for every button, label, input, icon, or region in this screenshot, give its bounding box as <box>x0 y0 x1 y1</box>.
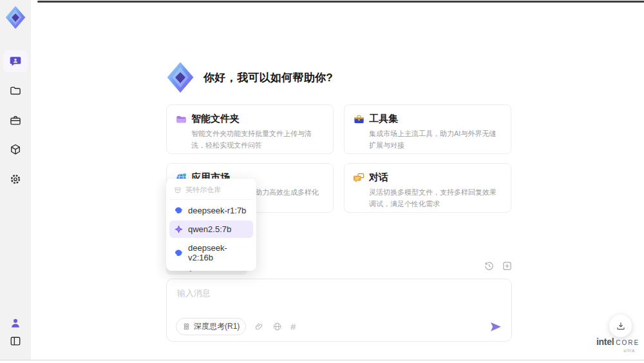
qwen-icon <box>174 224 184 234</box>
panel-toggle-icon <box>9 335 22 348</box>
app-window: 你好，我可以如何帮助你? 智能文件夹 智能文件夹功能支持批量文件上传与清洗，轻松… <box>0 0 644 363</box>
message-input[interactable]: 输入消息 深度思考(R1) <box>166 279 512 342</box>
model-dropdown-header-label: 英特尔仓库 <box>185 185 221 195</box>
globe-icon <box>272 322 282 331</box>
paperclip-icon <box>254 322 264 331</box>
settings-gear-icon <box>9 173 22 186</box>
web-access-button[interactable] <box>272 322 282 331</box>
card-title: 对话 <box>369 172 503 184</box>
message-input-placeholder: 输入消息 <box>177 288 211 299</box>
card-desc: 灵活切换多模型文件，支持多样回复效果调试，满足个性化需求 <box>369 187 503 210</box>
window-bottom-border <box>0 360 644 360</box>
toolbox-nav-icon <box>9 114 22 127</box>
user-icon <box>9 317 22 329</box>
window-top-accent <box>37 1 644 3</box>
toolset-icon <box>353 113 365 126</box>
model-dropdown: 英特尔仓库 deepseek-r1:7b qwen2.5:7b deepseek… <box>166 179 256 271</box>
deepseek-icon <box>174 206 184 215</box>
download-fab[interactable] <box>609 315 632 337</box>
repository-icon <box>174 186 182 194</box>
chat-actions <box>484 260 513 271</box>
send-icon <box>489 320 502 333</box>
smart-folder-icon <box>175 113 187 126</box>
composer-toolbar: 深度思考(R1) # <box>176 318 502 335</box>
model-option-deepseek-r1[interactable]: deepseek-r1:7b <box>169 202 253 219</box>
card-desc: 智能文件夹功能支持批量文件上传与清洗，轻松实现文件问答 <box>191 128 325 151</box>
download-icon <box>616 321 626 331</box>
attach-button[interactable] <box>254 322 264 331</box>
send-button[interactable] <box>489 320 502 333</box>
deep-think-label: 深度思考(R1) <box>194 321 240 332</box>
card-title: 智能文件夹 <box>191 113 325 125</box>
model-option-label: qwen2.5:7b <box>188 224 231 234</box>
deep-think-icon <box>182 322 191 331</box>
sidebar-item-chat[interactable] <box>3 50 28 72</box>
card-title: 工具集 <box>369 113 503 125</box>
deep-think-toggle[interactable]: 深度思考(R1) <box>176 318 246 335</box>
intel-wordmark: intel <box>596 337 614 347</box>
greeting-title: 你好，我可以如何帮助你? <box>204 70 333 85</box>
card-desc: 集成市场上主流工具，助力AI与外界无缝扩展与对接 <box>369 128 503 151</box>
hash-button[interactable]: # <box>290 322 296 332</box>
ultra-label: ultra <box>596 348 639 353</box>
models-cube-icon <box>9 143 22 156</box>
chat-nav-icon <box>9 55 22 68</box>
sidebar <box>0 0 31 360</box>
intel-core-logo: intelCORE ultra <box>596 336 639 353</box>
dialog-icon <box>353 172 365 184</box>
core-wordmark: CORE <box>616 339 639 346</box>
model-option-deepseek-v2[interactable]: deepseek-v2:16b <box>169 239 253 266</box>
sidebar-item-panel-toggle[interactable] <box>0 330 31 352</box>
model-dropdown-header: 英特尔仓库 <box>169 182 253 200</box>
greeting: 你好，我可以如何帮助你? <box>165 61 333 93</box>
sidebar-item-models[interactable] <box>0 139 31 161</box>
sidebar-item-folders[interactable] <box>0 80 31 102</box>
sidebar-item-tools[interactable] <box>0 110 31 132</box>
card-toolset[interactable]: 工具集 集成市场上主流工具，助力AI与外界无缝扩展与对接 <box>344 104 511 154</box>
model-option-label: deepseek-v2:16b <box>188 243 249 262</box>
sidebar-item-settings[interactable] <box>0 168 31 190</box>
folder-nav-icon <box>9 84 22 97</box>
card-smart-folder[interactable]: 智能文件夹 智能文件夹功能支持批量文件上传与清洗，轻松实现文件问答 <box>166 104 334 154</box>
greeting-logo <box>165 61 196 93</box>
card-dialog[interactable]: 对话 灵活切换多模型文件，支持多样回复效果调试，满足个性化需求 <box>344 163 511 213</box>
deepseek-icon <box>174 248 184 258</box>
model-option-label: deepseek-r1:7b <box>188 206 246 215</box>
model-option-qwen[interactable]: qwen2.5:7b <box>169 221 253 238</box>
new-chat-icon[interactable] <box>502 260 513 271</box>
app-logo <box>5 5 26 30</box>
history-icon[interactable] <box>484 260 495 271</box>
